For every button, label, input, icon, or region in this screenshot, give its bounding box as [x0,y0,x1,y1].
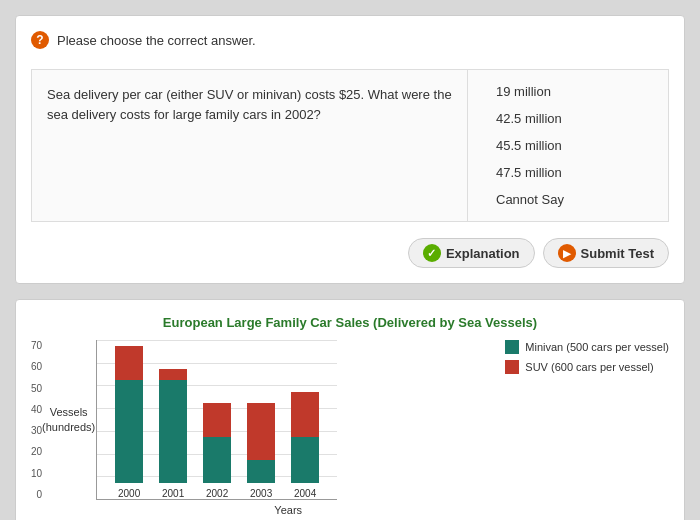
y-tick-60: 60 [31,361,42,372]
bar-group-2002: 2002 [203,403,231,499]
bar-suv-2000 [115,346,143,380]
answer-option-ans-2[interactable]: 42.5 million [488,107,648,130]
question-prompt: Please choose the correct answer. [57,33,256,48]
question-footer: ✓ Explanation ▶ Submit Test [31,234,669,268]
bar-year-label-2000: 2000 [118,488,140,499]
bar-year-label-2004: 2004 [294,488,316,499]
bar-group-2001: 2001 [159,369,187,499]
y-tick-30: 30 [31,425,42,436]
chart-with-legend: 70 60 50 40 30 20 10 0 Vessels(hundreds)… [31,340,669,516]
explanation-button[interactable]: ✓ Explanation [408,238,535,268]
y-tick-50: 50 [31,383,42,394]
bar-suv-2004 [291,392,319,438]
chart-inner: Vessels(hundreds) 20002001200220032004 Y… [46,340,490,516]
chart-legend: Minivan (500 cars per vessel)SUV (600 ca… [490,340,669,374]
y-tick-40: 40 [31,404,42,415]
answer-option-ans-5[interactable]: Cannot Say [488,188,648,211]
bar-stack-2001 [159,369,187,483]
chart-plot: 20002001200220032004 [96,340,337,500]
answer-option-ans-4[interactable]: 47.5 million [488,161,648,184]
chart-title: European Large Family Car Sales (Deliver… [31,315,669,330]
answer-option-ans-3[interactable]: 45.5 million [488,134,648,157]
bar-year-label-2003: 2003 [250,488,272,499]
y-tick-70: 70 [31,340,42,351]
legend-color-box [505,360,519,374]
explanation-label: Explanation [446,246,520,261]
question-body: Sea delivery per car (either SUV or mini… [31,69,669,222]
bar-stack-2000 [115,346,143,483]
explanation-icon: ✓ [423,244,441,262]
bar-group-2000: 2000 [115,346,143,499]
bar-minivan-2000 [115,380,143,483]
x-axis-label: Years [46,504,490,516]
y-tick-20: 20 [31,446,42,457]
chart-area: Vessels(hundreds) 20002001200220032004 [46,340,490,500]
submit-button[interactable]: ▶ Submit Test [543,238,669,268]
legend-label: SUV (600 cars per vessel) [525,361,653,373]
bar-stack-2003 [247,403,275,483]
question-card: ? Please choose the correct answer. Sea … [15,15,685,284]
bar-stack-2002 [203,403,231,483]
bar-minivan-2003 [247,460,275,483]
question-icon: ? [31,31,49,49]
bar-year-label-2001: 2001 [162,488,184,499]
answer-options: 19 million42.5 million45.5 million47.5 m… [468,70,668,221]
bar-suv-2002 [203,403,231,437]
legend-color-box [505,340,519,354]
legend-item: Minivan (500 cars per vessel) [505,340,669,354]
y-tick-10: 10 [31,468,42,479]
bar-year-label-2002: 2002 [206,488,228,499]
bar-minivan-2004 [291,437,319,483]
bar-stack-2004 [291,392,319,483]
bar-suv-2001 [159,369,187,380]
submit-label: Submit Test [581,246,654,261]
question-header: ? Please choose the correct answer. [31,31,669,57]
y-tick-0: 0 [37,489,43,500]
legend-label: Minivan (500 cars per vessel) [525,341,669,353]
bar-minivan-2002 [203,437,231,483]
answer-option-ans-1[interactable]: 19 million [488,80,648,103]
bar-group-2004: 2004 [291,392,319,499]
bar-minivan-2001 [159,380,187,483]
bar-suv-2003 [247,403,275,460]
question-text: Sea delivery per car (either SUV or mini… [32,70,468,221]
y-axis-label: Vessels(hundreds) [46,340,96,500]
legend-item: SUV (600 cars per vessel) [505,360,669,374]
submit-icon: ▶ [558,244,576,262]
bar-group-2003: 2003 [247,403,275,499]
chart-main: 70 60 50 40 30 20 10 0 Vessels(hundreds)… [31,340,490,516]
chart-card: European Large Family Car Sales (Deliver… [15,299,685,520]
